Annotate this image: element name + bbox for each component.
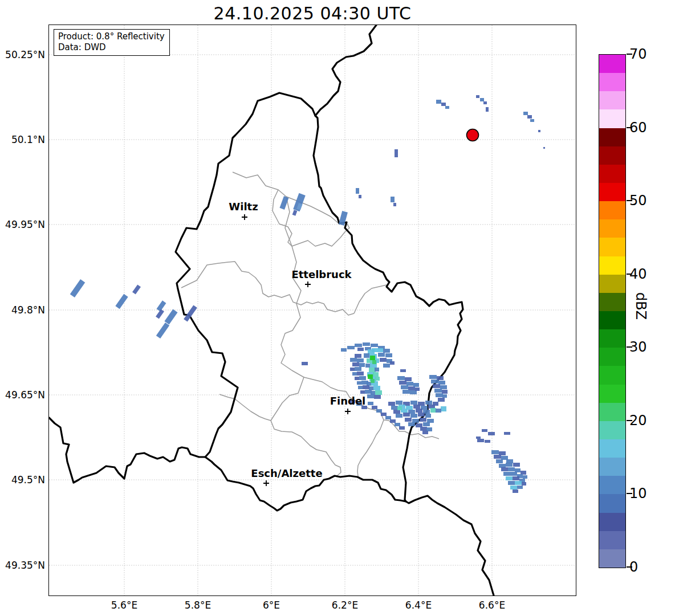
- lat-tick-label: 49.95°N: [0, 219, 45, 230]
- colorbar-segment: [599, 238, 625, 256]
- lat-tick-label: 50.1°N: [0, 134, 45, 145]
- lon-tick-label: 6°E: [243, 599, 300, 611]
- colorbar-segment: [599, 292, 625, 311]
- colorbar-segment: [599, 256, 625, 275]
- colorbar-segment: [599, 164, 625, 183]
- colorbar-segment: [599, 73, 625, 92]
- product-info-box: Product: 0.8° Reflectivity Data: DWD: [54, 29, 170, 56]
- lon-tick-label: 6.2°E: [316, 599, 373, 611]
- colorbar-segment: [599, 494, 625, 513]
- colorbar-tick-label: 70: [629, 46, 647, 62]
- lat-tick-label: 49.65°N: [0, 389, 45, 401]
- lon-tick-label: 5.6°E: [96, 599, 153, 611]
- colorbar-segment: [599, 512, 625, 531]
- lon-tick-label: 6.4°E: [390, 599, 447, 611]
- colorbar-segment: [599, 531, 625, 549]
- colorbar-segment: [599, 146, 625, 165]
- lat-tick-label: 49.5°N: [0, 474, 45, 486]
- colorbar-segment: [599, 274, 625, 293]
- colorbar-tick-label: 20: [629, 413, 647, 429]
- lon-tick-label: 5.8°E: [169, 599, 226, 611]
- product-line: Product: 0.8° Reflectivity: [58, 31, 165, 42]
- radar-figure: 24.10.2025 04:30 UTC WiltzEttelbruckFind…: [0, 0, 675, 616]
- colorbar-segment: [599, 421, 625, 439]
- colorbar-segment: [599, 55, 625, 74]
- lat-tick-label: 50.25°N: [0, 49, 45, 60]
- page-title: 24.10.2025 04:30 UTC: [49, 3, 576, 23]
- colorbar-segment: [599, 183, 625, 202]
- colorbar-tick-label: 40: [629, 266, 647, 282]
- colorbar-segment: [599, 219, 625, 238]
- colorbar-segment: [599, 329, 625, 348]
- lat-tick-label: 49.8°N: [0, 304, 45, 316]
- lon-tick-label: 6.6°E: [463, 599, 521, 611]
- colorbar-segment: [599, 128, 625, 146]
- colorbar-segment: [599, 366, 625, 385]
- colorbar-segment: [599, 201, 625, 220]
- lat-tick-label: 49.35°N: [0, 560, 45, 571]
- colorbar-segment: [599, 109, 625, 128]
- colorbar-tick-label: 30: [629, 339, 647, 355]
- colorbar-tick-label: 60: [629, 120, 647, 136]
- colorbar-segment: [599, 384, 625, 403]
- colorbar: [599, 54, 626, 568]
- colorbar-segment: [599, 549, 625, 568]
- colorbar-segment: [599, 402, 625, 421]
- plot-border: [48, 25, 576, 596]
- colorbar-segment: [599, 91, 625, 110]
- colorbar-tick-label: 0: [629, 559, 638, 575]
- data-source-line: Data: DWD: [58, 42, 165, 53]
- colorbar-segment: [599, 458, 625, 476]
- colorbar-segment: [599, 439, 625, 458]
- colorbar-tick-label: 10: [629, 486, 647, 501]
- colorbar-segment: [599, 311, 625, 330]
- colorbar-axis-label: dBZ: [633, 292, 649, 320]
- colorbar-segment: [599, 476, 625, 495]
- colorbar-tick-label: 50: [629, 193, 647, 209]
- colorbar-segment: [599, 348, 625, 366]
